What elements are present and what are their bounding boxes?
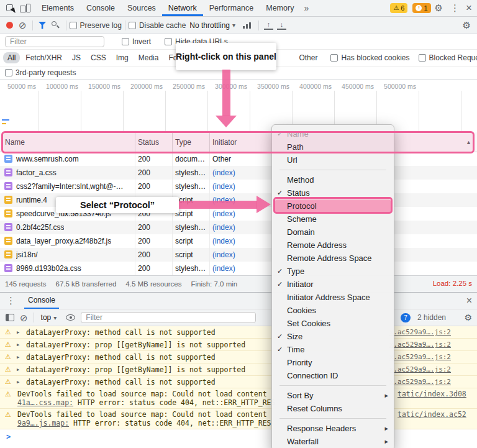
menu-item-protocol[interactable]: Protocol xyxy=(275,199,391,213)
table-row[interactable]: 0.2bf4c25f.css 200 stylesh… (index) xyxy=(0,221,477,234)
expand-icon[interactable]: ▶ xyxy=(17,329,19,336)
settings-gear-icon[interactable]: ⚙ xyxy=(431,2,447,14)
table-row[interactable]: www.semrush.com 200 docum… Other xyxy=(0,152,477,166)
menu-item-domain[interactable]: Domain xyxy=(272,226,394,239)
console-warning-row[interactable]: ⚠ ▶ dataLayerProxy: prop [[getByName]] i… xyxy=(0,363,477,376)
drawer-kebab-menu-icon[interactable]: ⋮ xyxy=(0,295,22,306)
tab-console[interactable]: Console xyxy=(80,0,121,16)
console-warning-row[interactable]: ⚠ ▶ dataLayerProxy: method call is not s… xyxy=(0,376,477,388)
console-source-link[interactable]: x.ac529a9….js:2 xyxy=(389,341,451,349)
console-sourcemap-warning-row[interactable]: ⚠ DevTools failed to load source map: Co… xyxy=(0,388,477,409)
expand-icon[interactable]: ▶ xyxy=(17,341,19,349)
menu-item-remote-address[interactable]: Remote Address xyxy=(272,239,394,252)
column-header-status[interactable]: Status xyxy=(138,132,159,152)
chip-js[interactable]: JS xyxy=(68,52,85,63)
close-devtools-icon[interactable]: × xyxy=(463,2,477,14)
clear-network-log-icon[interactable]: ⊘ xyxy=(19,21,27,30)
expand-icon[interactable]: ▶ xyxy=(17,366,19,373)
console-source-link[interactable]: x.ac529a9….js:2 xyxy=(389,328,451,336)
console-sourcemap-warning-row[interactable]: ⚠ DevTools failed to load source map: Co… xyxy=(0,409,477,429)
tab-sources[interactable]: Sources xyxy=(121,0,162,16)
export-har-icon[interactable]: ↓ xyxy=(277,21,286,30)
hidden-messages-label[interactable]: 2 hidden xyxy=(417,313,446,322)
chip-other[interactable]: Other xyxy=(294,52,322,63)
more-tabs-icon[interactable]: » xyxy=(300,3,312,13)
menu-item-priority[interactable]: Priority xyxy=(272,356,394,369)
console-filter-input[interactable]: Filter xyxy=(81,312,256,323)
initiator-link[interactable]: (index) xyxy=(212,166,235,180)
initiator-link[interactable]: (index) xyxy=(212,248,235,262)
kebab-menu-icon[interactable]: ⋮ xyxy=(447,2,463,14)
invert-checkbox[interactable] xyxy=(122,38,129,45)
table-row[interactable]: jsi18n/ 200 script (index) xyxy=(0,248,477,262)
expand-icon[interactable]: ▶ xyxy=(17,378,19,386)
menu-item-url[interactable]: Url xyxy=(272,153,394,167)
menu-item-connection-id[interactable]: Connection ID xyxy=(272,369,394,382)
search-icon[interactable] xyxy=(52,21,60,30)
tab-performance[interactable]: Performance xyxy=(203,0,260,16)
menu-item-scheme[interactable]: Scheme xyxy=(272,213,394,226)
chip-img[interactable]: Img xyxy=(112,52,133,63)
menu-item-initiator[interactable]: ✓Initiator xyxy=(272,278,394,291)
preserve-log-checkbox[interactable] xyxy=(70,22,77,29)
menu-item-status[interactable]: ✓Status xyxy=(272,186,394,199)
issues-badge[interactable]: !1 xyxy=(412,3,430,13)
chip-font[interactable]: Font xyxy=(164,52,188,63)
throttling-dropdown[interactable]: No throttling▾ xyxy=(189,21,235,30)
has-blocked-cookies-checkbox[interactable] xyxy=(330,54,338,62)
menu-item-reset-columns[interactable]: Reset Columns xyxy=(272,402,394,415)
menu-item-waterfall[interactable]: Waterfall▸ xyxy=(272,435,394,448)
table-row[interactable]: runtime.4 200 script (index) xyxy=(0,193,477,207)
inspect-element-icon[interactable] xyxy=(6,4,16,13)
column-header-name[interactable]: Name xyxy=(5,132,25,152)
context-selector-dropdown[interactable]: top▾ xyxy=(41,313,57,322)
column-header-type[interactable]: Type xyxy=(175,132,191,152)
device-toolbar-icon[interactable] xyxy=(20,4,30,13)
initiator-link[interactable]: (index) xyxy=(212,262,235,275)
disable-cache-checkbox[interactable] xyxy=(129,22,136,29)
menu-item-size[interactable]: ✓Size xyxy=(272,330,394,343)
chip-all[interactable]: All xyxy=(3,52,20,63)
console-prompt-row[interactable]: > xyxy=(0,429,477,448)
live-expression-eye-icon[interactable] xyxy=(66,314,75,321)
console-sidebar-icon[interactable] xyxy=(6,314,14,321)
table-row[interactable]: speedcurve_lux.58133740.js 200 script (i… xyxy=(0,207,477,221)
initiator-link[interactable]: (index) xyxy=(212,234,235,248)
expand-icon[interactable]: ▶ xyxy=(17,354,19,361)
menu-item-type[interactable]: ✓Type xyxy=(272,265,394,278)
console-source-link[interactable]: x.ac529a9….js:2 xyxy=(389,378,451,386)
menu-item-set-cookies[interactable]: Set Cookies xyxy=(272,317,394,330)
console-message-count-badge[interactable]: 7 xyxy=(401,313,411,322)
console-source-link[interactable]: x.ac529a9….js:2 xyxy=(389,365,451,373)
sourcemap-file-link[interactable]: 41a….css.map: xyxy=(17,398,73,407)
sourcemap-file-link[interactable]: 9a9….js.map: xyxy=(17,419,69,427)
tab-memory[interactable]: Memory xyxy=(260,0,300,16)
table-row[interactable]: css2?family=Inter:slnt,wght@-… 200 style… xyxy=(0,180,477,193)
warnings-badge[interactable]: ⚠6 xyxy=(390,3,407,13)
chip-fetch-xhr[interactable]: Fetch/XHR xyxy=(21,52,66,63)
console-source-link[interactable]: x.ac529a9….js:2 xyxy=(389,353,451,361)
network-conditions-icon[interactable] xyxy=(243,22,252,29)
clear-console-icon[interactable]: ⊘ xyxy=(20,313,28,322)
console-warning-row[interactable]: ⚠ ▶ dataLayerProxy: method call is not s… xyxy=(0,351,477,363)
console-warning-row[interactable]: ⚠ ▶ dataLayerProxy: prop [[getByName]] i… xyxy=(0,339,477,351)
blocked-requests-checkbox[interactable] xyxy=(419,54,426,62)
tab-network[interactable]: Network xyxy=(162,0,203,16)
initiator-link[interactable]: (index) xyxy=(212,221,235,234)
initiator-link[interactable]: (index) xyxy=(212,193,235,207)
drawer-tab-console[interactable]: Console xyxy=(24,293,59,309)
hide-data-urls-checkbox[interactable] xyxy=(165,38,172,45)
close-drawer-icon[interactable]: × xyxy=(466,295,472,306)
console-settings-gear-icon[interactable]: ⚙ xyxy=(464,313,472,322)
console-source-link[interactable]: tatic/index.3d08 xyxy=(398,390,466,398)
menu-item-initiator-address-space[interactable]: Initiator Address Space xyxy=(272,291,394,304)
table-row[interactable]: data_layer_proxy.a2f48b2f.js 200 script … xyxy=(0,234,477,248)
chip-media[interactable]: Media xyxy=(134,52,163,63)
column-header-initiator[interactable]: Initiator xyxy=(212,132,237,152)
table-row[interactable]: factor_a.css 200 stylesh… (index) xyxy=(0,166,477,180)
menu-item-cookies[interactable]: Cookies xyxy=(272,304,394,317)
network-settings-gear-icon[interactable]: ⚙ xyxy=(459,20,477,31)
menu-item-time[interactable]: ✓Time xyxy=(272,343,394,356)
menu-item-path[interactable]: Path xyxy=(272,140,394,153)
tab-elements[interactable]: Elements xyxy=(35,0,80,16)
